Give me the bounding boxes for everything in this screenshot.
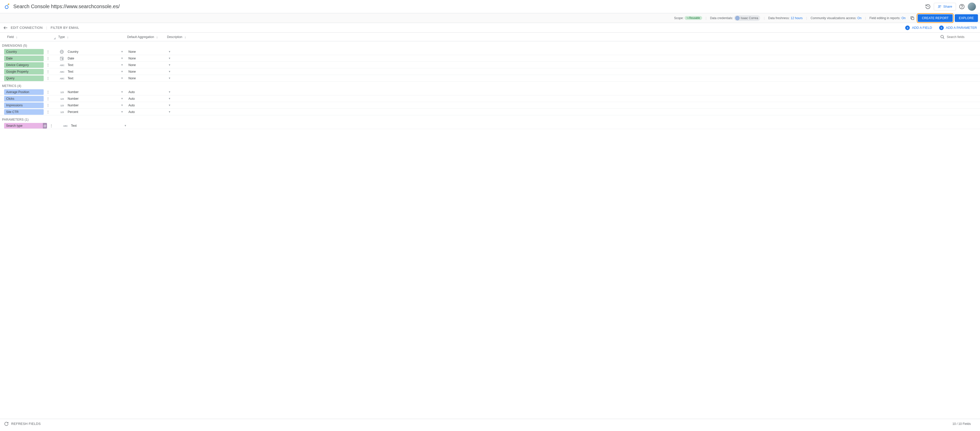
- field-row: Query ⋮ ABC Text ▼ None ▼: [0, 75, 980, 82]
- history-icon[interactable]: [925, 4, 931, 10]
- chevron-down-icon: ▼: [168, 77, 171, 79]
- chevron-down-icon: ▼: [121, 70, 123, 73]
- user-avatar[interactable]: [968, 3, 976, 11]
- more-options-icon[interactable]: ⋮: [45, 97, 50, 101]
- aggregation-cell[interactable]: Auto: [129, 103, 168, 107]
- more-options-icon[interactable]: ⋮: [49, 124, 54, 128]
- chevron-down-icon: ▼: [168, 57, 171, 60]
- field-row: Site CTR ⋮ 123 Percent ▼ Auto ▼: [0, 109, 980, 115]
- more-options-icon[interactable]: ⋮: [45, 63, 50, 67]
- aggregation-cell[interactable]: None: [129, 76, 168, 80]
- aggregation-cell[interactable]: None: [129, 70, 168, 73]
- field-chip[interactable]: Impressions: [4, 103, 44, 108]
- add-parameter-button[interactable]: + ADD A PARAMETER: [939, 25, 977, 30]
- search-fields-input[interactable]: [947, 35, 975, 39]
- credentials-info: Data credentials: Isaac Correa: [709, 15, 762, 21]
- header-actions: Share: [925, 3, 976, 11]
- freshness-info[interactable]: Data freshness: 12 hours: [767, 16, 804, 20]
- filter-by-email-link[interactable]: FILTER BY EMAIL: [51, 26, 79, 30]
- search-console-logo-icon: [4, 3, 10, 10]
- type-cell[interactable]: Date ▼: [59, 56, 129, 61]
- type-cell[interactable]: ABC Text ▼: [59, 70, 129, 73]
- col-header-description[interactable]: Description ↓: [167, 35, 940, 39]
- resize-handle-icon[interactable]: ◢: [54, 37, 56, 40]
- type-cell[interactable]: 123 Number ▼: [59, 90, 129, 94]
- explore-button[interactable]: EXPLORE: [955, 14, 978, 22]
- type-cell[interactable]: 123 Number ▼: [59, 97, 129, 100]
- type-label: Text: [68, 76, 118, 80]
- chevron-down-icon: ▼: [168, 50, 171, 53]
- share-label: Share: [943, 5, 952, 8]
- type-icon: ABC: [59, 70, 65, 73]
- field-chip[interactable]: Date: [4, 55, 44, 61]
- svg-point-2: [939, 5, 940, 6]
- aggregation-cell[interactable]: Auto: [129, 110, 168, 114]
- search-icon[interactable]: [940, 35, 945, 39]
- aggregation-cell[interactable]: Auto: [129, 97, 168, 100]
- field-row: Impressions ⋮ 123 Number ▼ Auto ▼: [0, 102, 980, 109]
- type-icon: 123: [59, 90, 65, 93]
- share-button[interactable]: Share: [934, 3, 956, 11]
- scope-badge[interactable]: ↪ Reusable: [684, 16, 702, 20]
- more-options-icon[interactable]: ⋮: [45, 50, 50, 54]
- field-chip[interactable]: Clicks: [4, 96, 44, 101]
- field-chip[interactable]: Average Position: [4, 89, 44, 95]
- col-header-aggregation[interactable]: Default Aggregation ↓: [127, 35, 167, 39]
- col-header-type[interactable]: Type ↓: [58, 35, 127, 39]
- more-options-icon[interactable]: ⋮: [45, 70, 50, 74]
- col-header-field[interactable]: Field ↓ ◢: [7, 35, 58, 39]
- sort-arrow-icon: ↓: [185, 35, 186, 39]
- back-arrow-icon[interactable]: [3, 25, 8, 30]
- field-row: Search type @ ⋮ ABC Text ▼: [0, 122, 980, 129]
- type-cell[interactable]: Country ▼: [59, 49, 129, 54]
- field-chip[interactable]: Country: [4, 49, 44, 55]
- more-options-icon[interactable]: ⋮: [45, 103, 50, 107]
- type-cell[interactable]: 123 Percent ▼: [59, 110, 129, 114]
- copy-icon[interactable]: [910, 16, 915, 21]
- create-report-button[interactable]: CREATE REPORT: [918, 14, 953, 22]
- chevron-down-icon: ▼: [168, 104, 171, 106]
- field-row: Average Position ⋮ 123 Number ▼ Auto ▼: [0, 89, 980, 95]
- aggregation-cell[interactable]: Auto: [129, 90, 168, 94]
- more-options-icon[interactable]: ⋮: [45, 76, 50, 80]
- type-cell[interactable]: ABC Text ▼: [63, 124, 132, 128]
- field-chip[interactable]: Query: [4, 76, 44, 81]
- field-row: Google Property ⋮ ABC Text ▼ None ▼: [0, 68, 980, 75]
- svg-line-10: [943, 38, 944, 39]
- aggregation-cell[interactable]: None: [129, 50, 168, 54]
- chevron-down-icon: ▼: [124, 124, 127, 127]
- type-cell[interactable]: ABC Text ▼: [59, 76, 129, 80]
- credentials-chip[interactable]: Isaac Correa: [734, 15, 760, 21]
- scope-info: Scope: ↪ Reusable: [673, 16, 704, 20]
- type-cell[interactable]: ABC Text ▼: [59, 63, 129, 67]
- chevron-down-icon: ▼: [168, 90, 171, 93]
- type-icon: ABC: [63, 124, 68, 127]
- field-chip[interactable]: Site CTR: [4, 109, 44, 115]
- type-icon: ABC: [59, 63, 65, 67]
- field-row: Device Category ⋮ ABC Text ▼ None ▼: [0, 62, 980, 68]
- field-chip[interactable]: Search type: [4, 123, 44, 128]
- community-viz-info[interactable]: Community visualizations access: On: [809, 16, 863, 20]
- add-field-button[interactable]: + ADD A FIELD: [905, 25, 932, 30]
- type-cell[interactable]: 123 Number ▼: [59, 103, 129, 107]
- more-options-icon[interactable]: ⋮: [45, 110, 50, 114]
- type-label: Number: [68, 97, 118, 100]
- sort-arrow-icon: ↓: [16, 35, 18, 39]
- edit-connection-link[interactable]: EDIT CONNECTION: [11, 26, 43, 30]
- action-bar: EDIT CONNECTION | FILTER BY EMAIL + ADD …: [0, 23, 980, 33]
- field-chip[interactable]: Device Category: [4, 62, 44, 68]
- parameter-at-icon: @: [43, 123, 47, 128]
- more-options-icon[interactable]: ⋮: [45, 90, 50, 94]
- chevron-down-icon: ▼: [121, 111, 123, 113]
- chevron-down-icon: ▼: [121, 90, 123, 93]
- chevron-down-icon: ▼: [168, 97, 171, 100]
- field-editing-info[interactable]: Field editing in reports: On: [868, 16, 907, 20]
- aggregation-cell[interactable]: None: [129, 57, 168, 60]
- type-label: Text: [71, 124, 121, 128]
- sort-arrow-icon: ↓: [156, 35, 158, 39]
- field-chip[interactable]: Google Property: [4, 69, 44, 74]
- help-icon[interactable]: [959, 4, 965, 10]
- aggregation-cell[interactable]: None: [129, 63, 168, 67]
- more-options-icon[interactable]: ⋮: [45, 56, 50, 60]
- chevron-down-icon: ▼: [121, 50, 123, 53]
